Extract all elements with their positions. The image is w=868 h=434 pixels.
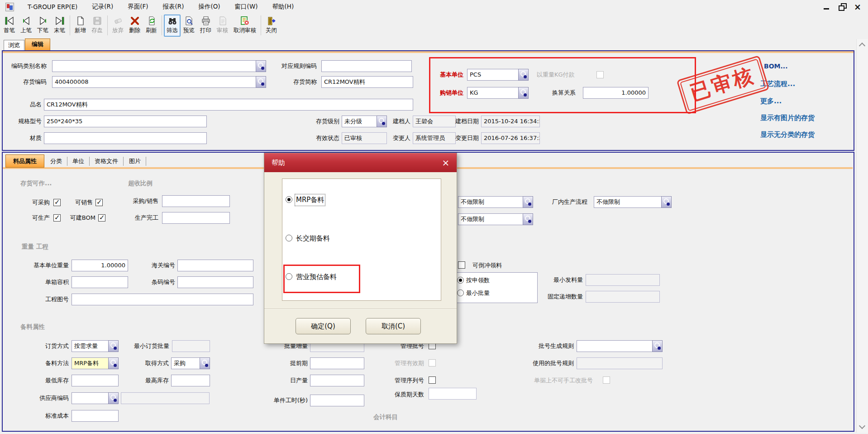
prod-finish-field[interactable] [162,212,230,224]
tab-qualification-files[interactable]: 资格文件 [90,157,124,166]
rule-code-field[interactable] [321,60,412,72]
prev-record-button[interactable]: 上笔 [18,14,34,37]
restrict-field-2[interactable]: 不做限制 [458,213,533,225]
min-stock-field[interactable] [72,375,119,386]
trade-unit-field[interactable]: KG [467,87,529,99]
stock-shortname-field[interactable]: CR12MOV精料 [321,76,413,88]
stock-code-field[interactable]: 400400008 [52,76,266,88]
link-more[interactable]: 更多... [760,97,782,106]
lookup-icon[interactable] [200,357,210,369]
purchase-sale-field[interactable] [162,195,230,207]
new-button[interactable]: 新增 [72,14,89,37]
menu-tgroup-erp[interactable]: T-GROUP ERP(E) [20,3,85,10]
lookup-icon[interactable] [256,60,266,72]
lookup-icon[interactable] [108,392,119,404]
can-bom-checkbox[interactable] [98,214,105,222]
pay-by-weight-checkbox [596,71,604,78]
last-record-button[interactable]: 末笔 [51,14,68,37]
manage-serial-checkbox[interactable] [429,376,436,384]
menu-help[interactable]: 帮助(H) [265,3,301,11]
stock-level-field[interactable]: 未分级 [342,116,387,127]
option-long-lead-radio[interactable] [286,235,292,241]
restrict-field-1[interactable]: 不做限制 [458,196,533,208]
lookup-icon[interactable] [518,69,529,81]
tab-edit[interactable]: 编辑 [25,39,50,50]
scroll-down-button[interactable] [857,422,867,432]
preview-button[interactable]: 预览 [181,14,197,37]
dialog-titlebar[interactable]: 帮助 [264,153,457,172]
spec-model-field[interactable]: 250*240*35 [44,116,207,127]
link-show-with-picture[interactable]: 显示有图片的存货 [760,114,815,122]
cancel-button[interactable]: 取消(C) [366,318,421,334]
can-sell-checkbox[interactable] [95,199,103,206]
unit-work-sec-field[interactable] [310,395,364,406]
can-purchase-checkbox[interactable] [53,199,61,206]
tab-units[interactable]: 单位 [67,157,90,166]
customs-code-field[interactable] [177,260,253,271]
batch-rule-field[interactable] [577,340,663,352]
preview-icon [184,15,195,26]
max-stock-field[interactable] [171,375,210,386]
menu-report[interactable]: 报表(R) [156,3,191,11]
tab-item-attributes[interactable]: 料品属性 [5,154,44,168]
option-mrp-label[interactable]: MRP备料 [296,195,324,205]
issue-min-batch-radio[interactable] [457,289,464,296]
shelf-days-field[interactable] [429,388,477,400]
option-forecast-label[interactable]: 营业预估备料 [296,272,337,282]
conversion-field[interactable]: 1.00000 [583,87,649,99]
filter-button[interactable]: 筛选 [164,14,181,37]
product-name-field[interactable]: CR12MOV精料 [44,99,413,111]
option-forecast-radio[interactable] [286,273,292,280]
scroll-up-button[interactable] [857,40,867,50]
delete-button[interactable]: 删除 [126,14,143,37]
link-bom[interactable]: BOM... [764,63,787,70]
menu-record[interactable]: 记录(R) [85,3,120,11]
order-method-field[interactable]: 按需求量 [72,340,119,352]
barcode-field[interactable] [177,276,253,288]
drawing-no-field[interactable] [72,294,253,305]
first-record-button[interactable]: 首笔 [1,14,18,37]
print-button[interactable]: 打印 [197,14,214,37]
supplier-code-field[interactable] [72,392,119,404]
lookup-icon[interactable] [108,340,119,352]
factory-flow-field[interactable]: 不做限制 [594,196,672,208]
tab-browse[interactable]: 浏览 [4,40,24,50]
prep-method-field[interactable]: MRP备料 [72,357,119,369]
menu-operation[interactable]: 操作(O) [191,3,227,11]
issue-by-request-radio[interactable] [457,277,464,284]
coding-category-field[interactable] [52,60,266,72]
vertical-scrollbar[interactable] [856,39,868,433]
tab-pictures[interactable]: 图片 [124,157,146,166]
cancel-audit-button[interactable]: 取消审核 [231,14,259,37]
menu-window[interactable]: 窗口(W) [228,3,265,11]
base-unit-weight-field[interactable]: 1.00000 [72,260,128,271]
ok-button[interactable]: 确定(Q) [296,318,351,334]
link-show-unclassified[interactable]: 显示无分类的存货 [760,130,815,139]
close-window-icon[interactable]: × [853,2,863,11]
box-volume-field[interactable] [72,276,128,288]
menu-interface[interactable]: 界面(F) [120,3,155,11]
acquire-method-field[interactable]: 采购 [171,357,210,369]
material-field[interactable] [44,132,207,144]
option-mrp-radio[interactable] [286,196,292,203]
lookup-icon[interactable] [652,340,663,352]
lead-time-field[interactable] [310,357,364,369]
backflush-checkbox[interactable] [458,261,465,269]
daily-output-field[interactable] [310,375,364,386]
minimize-icon[interactable] [822,2,832,11]
lookup-icon[interactable] [108,357,119,369]
lookup-icon[interactable] [518,87,529,99]
lookup-icon[interactable] [661,196,672,208]
restore-icon[interactable] [837,2,847,11]
lookup-icon[interactable] [523,196,533,208]
refresh-button[interactable]: 刷新 [143,14,160,37]
tab-classification[interactable]: 分类 [45,157,67,166]
option-long-lead-label[interactable]: 长交期备料 [296,234,330,243]
lookup-icon[interactable] [256,76,266,88]
dialog-close-icon[interactable]: × [440,157,451,168]
lookup-icon[interactable] [523,213,533,225]
base-unit-field[interactable]: PCS [467,69,529,81]
close-button[interactable]: 关闭 [263,14,280,37]
std-cost-field[interactable] [72,410,119,422]
next-record-button[interactable]: 下笔 [34,14,51,37]
